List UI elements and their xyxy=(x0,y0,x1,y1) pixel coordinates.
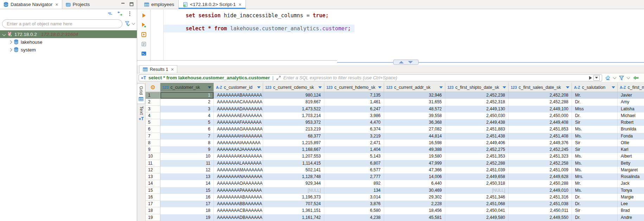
grid-cell[interactable]: 953,372 xyxy=(263,119,324,126)
grid-cell[interactable]: 2,450,318 xyxy=(445,180,509,187)
grid-cell[interactable]: 1,128,748 xyxy=(263,173,324,180)
row-number[interactable]: 8 xyxy=(146,140,160,146)
grid-cell[interactable]: 3,876 xyxy=(324,201,384,207)
grid-cell[interactable]: Ms. xyxy=(572,160,618,167)
grid-cell[interactable]: AAAAAAAAHAAAAAAA xyxy=(214,133,263,140)
grid-cell[interactable]: Rosalinda xyxy=(618,173,644,180)
grid-cell[interactable]: 2,471 xyxy=(324,140,384,146)
close-icon[interactable]: × xyxy=(171,67,174,72)
grid-cell[interactable]: [NULL] xyxy=(263,187,324,194)
grid-cell[interactable]: Margaret xyxy=(618,167,644,173)
grid-cell[interactable]: 3,219 xyxy=(324,133,384,140)
row-number[interactable]: 7 xyxy=(146,133,160,140)
grid-cell[interactable]: Dr. xyxy=(572,201,618,207)
chevron-right-icon[interactable] xyxy=(9,40,12,44)
grid-cell[interactable]: AAAAAAAADAAAAAAA xyxy=(214,106,263,112)
grid-cell[interactable]: Mr. xyxy=(572,92,618,99)
execute-new-tab-icon[interactable] xyxy=(141,22,147,28)
grid-cell[interactable]: 2,449,438 xyxy=(445,119,509,126)
grid-cell[interactable]: AAAAAAAAEAAAAAAA xyxy=(214,112,263,119)
grid-cell[interactable]: Brad xyxy=(618,207,644,214)
row-number[interactable]: 15 xyxy=(146,187,160,194)
grid-cell[interactable]: Ms. xyxy=(572,153,618,160)
apply-filter-icon[interactable] xyxy=(589,76,592,80)
grid-cell[interactable]: 2,450,000 xyxy=(509,112,572,119)
column-dropdown-icon[interactable] xyxy=(503,86,506,88)
grid-cell[interactable]: AAAAAAAAJAAAAAAA xyxy=(214,146,263,153)
grid-cell[interactable]: 13 xyxy=(160,173,214,180)
sql-code[interactable]: set session hide_inaccessible_columns = … xyxy=(164,12,644,60)
grid-cell[interactable]: 6,580 xyxy=(324,207,384,214)
grid-cell[interactable]: 2,449,580 xyxy=(445,214,509,221)
grid-cell[interactable]: 2,452,245 xyxy=(509,146,572,153)
column-header-c_salutation[interactable]: A-Zc_salutation xyxy=(572,83,618,92)
grid-cell[interactable]: AAAAAAAADBAAAAAA xyxy=(214,214,263,221)
grid-cell[interactable]: Ms. xyxy=(572,187,618,194)
minimize-icon[interactable] xyxy=(121,2,126,7)
grid-cell[interactable]: 17 xyxy=(160,201,214,207)
sql-line[interactable]: set session hide_inaccessible_columns = … xyxy=(164,12,332,19)
column-dropdown-icon[interactable] xyxy=(612,86,615,88)
grid-cell[interactable]: 2,452,288 xyxy=(445,160,509,167)
grid-cell[interactable]: AAAAAAAAMAAAAAAA xyxy=(214,167,263,173)
grid-cell[interactable]: 2,449,100 xyxy=(509,106,572,112)
grid-cell[interactable]: Dr. xyxy=(572,112,618,119)
column-dropdown-icon[interactable] xyxy=(378,86,382,88)
grid-cell[interactable]: Tonya xyxy=(618,187,644,194)
grid-cell[interactable]: 18 xyxy=(160,207,214,214)
grid-cell[interactable]: 6,247 xyxy=(324,106,384,112)
row-number[interactable]: 3 xyxy=(146,106,160,112)
grid-cell[interactable]: Mr. xyxy=(572,180,618,187)
grid-cell[interactable]: 1,703,214 xyxy=(263,112,324,119)
grid-cell[interactable]: 2,452,238 xyxy=(445,92,509,99)
grid-cell[interactable]: 6 xyxy=(160,126,214,133)
grid-cell[interactable]: Michael xyxy=(618,112,644,119)
grid-cell[interactable]: Jack xyxy=(618,180,644,187)
grid-cell[interactable]: 1,168,667 xyxy=(263,146,324,153)
sql-line[interactable]: select * from lakehouse.customer_analyti… xyxy=(164,25,355,32)
grid-cell[interactable]: AAAAAAAACAAAAAAA xyxy=(214,99,263,105)
grid-cell[interactable]: 1 xyxy=(160,92,214,99)
grid-cell[interactable]: 32,946 xyxy=(384,92,445,99)
tab-database-navigator[interactable]: Database Navigator × xyxy=(0,0,62,9)
expand-filter-icon[interactable] xyxy=(276,75,281,80)
tree-item-system[interactable]: system xyxy=(0,46,137,54)
grid-cell[interactable]: AAAAAAAABAAAAAAA xyxy=(214,92,263,99)
splitter-collapse-control[interactable] xyxy=(393,60,419,65)
erase-filter-icon[interactable] xyxy=(605,75,611,81)
grid-cell[interactable]: 2,451,009 xyxy=(509,167,572,173)
grid-cell[interactable]: 4 xyxy=(160,112,214,119)
grid-cell[interactable]: 39,558 xyxy=(384,112,445,119)
grid-cell[interactable]: 502,141 xyxy=(263,167,324,173)
grid-cell[interactable]: AAAAAAAAOAAAAAAA xyxy=(214,180,263,187)
grid-cell[interactable]: 30,469 xyxy=(384,187,445,194)
grid-cell[interactable]: 2,777 xyxy=(324,173,384,180)
grid-cell[interactable]: Javier xyxy=(618,92,644,99)
grid-cell[interactable]: 47,366 xyxy=(384,167,445,173)
grid-cell[interactable]: 49,388 xyxy=(384,146,445,153)
grid-cell[interactable]: 4,470 xyxy=(324,119,384,126)
grid-cell[interactable]: 19 xyxy=(160,214,214,221)
grid-cell[interactable]: 2,450,011 xyxy=(509,207,572,214)
grid-cell[interactable]: 2,451,068 xyxy=(445,201,509,207)
grid-cell[interactable]: 15 xyxy=(160,187,214,194)
grid-cell[interactable]: 18,456 xyxy=(384,207,445,214)
column-header-c_current_cdemo_sk[interactable]: 123c_current_cdemo_sk xyxy=(263,83,324,92)
grid-cell[interactable]: 31,655 xyxy=(384,99,445,105)
tab-projects[interactable]: Projects xyxy=(62,0,94,9)
grid-cell[interactable]: 11 xyxy=(160,160,214,167)
grid-cell[interactable]: 14 xyxy=(160,180,214,187)
grid-corner-cell[interactable] xyxy=(146,83,160,92)
grid-cell[interactable]: 36,368 xyxy=(384,119,445,126)
grid-cell[interactable]: 6,577 xyxy=(324,167,384,173)
grid-cell[interactable]: 2,450,041 xyxy=(445,207,509,214)
grid-cell[interactable]: 2,451,883 xyxy=(445,126,509,133)
grid-cell[interactable]: Latisha xyxy=(618,106,644,112)
grid-cell[interactable]: 2,450,030 xyxy=(445,112,509,119)
grid-cell[interactable]: 892 xyxy=(324,180,384,187)
row-number[interactable]: 13 xyxy=(146,173,160,180)
grid-cell[interactable]: 5,143 xyxy=(324,153,384,160)
row-number[interactable]: 5 xyxy=(146,119,160,126)
grid-cell[interactable]: 2,449,658 xyxy=(445,173,509,180)
filters-dropdown-icon[interactable] xyxy=(627,75,630,79)
